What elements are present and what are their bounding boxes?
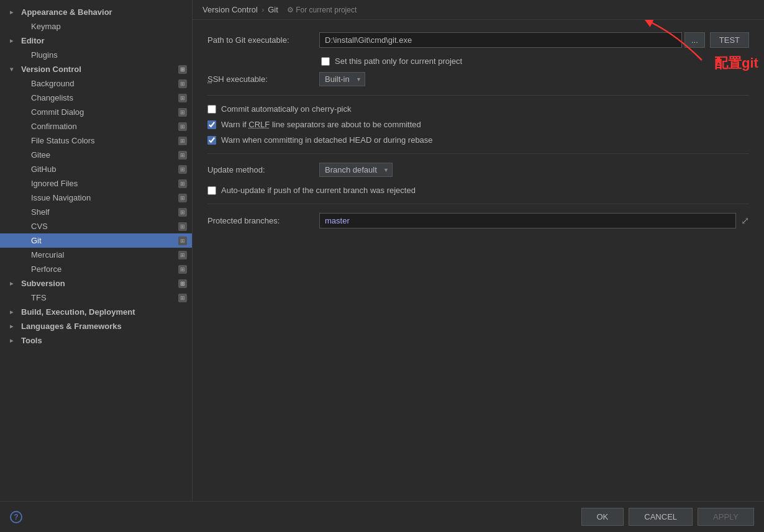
settings-icon-mercurial[interactable]: ⊞ <box>178 251 187 259</box>
sidebar-label-tools: Tools <box>21 336 42 345</box>
warn-detached-checkbox[interactable] <box>207 136 216 145</box>
sidebar-item-editor[interactable]: ▸Editor <box>0 34 192 48</box>
test-button[interactable]: TEST <box>710 32 749 48</box>
expand-protected-button[interactable]: ⤢ <box>741 215 749 227</box>
ssh-label-text: SSH executable: <box>207 74 268 84</box>
main-content: Version Control › Git ⚙ For current proj… <box>193 0 764 501</box>
settings-icon-github[interactable]: ⊞ <box>178 165 187 174</box>
commit-auto-row: Commit automatically on cherry-pick <box>207 104 749 114</box>
sidebar-label-mercurial: Mercurial <box>31 250 64 259</box>
sidebar-item-appearance[interactable]: ▸Appearance & Behavior <box>0 5 192 19</box>
sidebar-item-background[interactable]: Background⊞ <box>0 76 192 91</box>
update-method-select[interactable]: Branch default Merge Rebase <box>319 163 393 177</box>
apply-button[interactable]: APPLY <box>698 508 754 526</box>
warn-crlf-checkbox[interactable] <box>207 120 216 129</box>
expand-icon-editor: ▸ <box>10 37 17 44</box>
auto-update-row: Auto-update if push of the current branc… <box>207 186 749 195</box>
sidebar-item-build-execution-deployment[interactable]: ▸Build, Execution, Deployment <box>0 305 192 319</box>
ssh-select-wrapper: Built-in Native <box>319 72 365 86</box>
sidebar-item-mercurial[interactable]: Mercurial⊞ <box>0 248 192 262</box>
settings-icon-commit-dialog[interactable]: ⊞ <box>178 108 187 117</box>
sidebar-item-commit-dialog[interactable]: Commit Dialog⊞ <box>0 105 192 119</box>
warn-crlf-label[interactable]: Warn if CRLF line separators are about t… <box>221 120 421 129</box>
scope-icon: ⚙ <box>287 6 294 14</box>
settings-icon-git[interactable]: ⊞ <box>178 237 187 245</box>
settings-icon-gitee[interactable]: ⊞ <box>178 151 187 160</box>
settings-icon-perforce[interactable]: ⊞ <box>178 265 187 274</box>
dialog-body: ▸Appearance & BehaviorKeymap▸EditorPlugi… <box>0 0 764 501</box>
warn-crlf-row: Warn if CRLF line separators are about t… <box>207 120 749 129</box>
sidebar-label-cvs: CVS <box>31 222 48 231</box>
update-method-label: Update method: <box>207 165 319 174</box>
sidebar-label-languages-frameworks: Languages & Frameworks <box>21 322 122 331</box>
sidebar-label-ignored-files: Ignored Files <box>31 179 78 188</box>
help-button[interactable]: ? <box>10 511 22 523</box>
sidebar-label-build-execution-deployment: Build, Execution, Deployment <box>21 307 135 317</box>
browse-button[interactable]: ... <box>684 32 705 48</box>
sidebar-label-editor: Editor <box>21 36 45 45</box>
sidebar-item-ignored-files[interactable]: Ignored Files⊞ <box>0 176 192 191</box>
sidebar-label-github: GitHub <box>31 165 56 174</box>
set-path-checkbox[interactable] <box>321 57 330 66</box>
warn-detached-row: Warn when committing in detached HEAD or… <box>207 135 749 145</box>
breadcrumb-current: Git <box>268 5 278 14</box>
set-path-label[interactable]: Set this path only for current project <box>335 56 462 66</box>
settings-icon-changelists[interactable]: ⊞ <box>178 94 187 102</box>
expand-icon-version-control: ▾ <box>10 66 17 73</box>
settings-icon-issue-navigation[interactable]: ⊞ <box>178 194 187 202</box>
ok-button[interactable]: OK <box>581 508 624 526</box>
sidebar-item-issue-navigation[interactable]: Issue Navigation⊞ <box>0 191 192 205</box>
settings-icon-background[interactable]: ⊞ <box>178 79 187 88</box>
sidebar-label-commit-dialog: Commit Dialog <box>31 107 84 117</box>
sidebar-item-perforce[interactable]: Perforce⊞ <box>0 262 192 276</box>
warn-detached-label[interactable]: Warn when committing in detached HEAD or… <box>221 135 433 145</box>
settings-icon-file-status-colors[interactable]: ⊞ <box>178 137 187 145</box>
sidebar-item-version-control[interactable]: ▾Version Control⊞ <box>0 62 192 76</box>
sidebar-label-version-control: Version Control <box>21 65 81 74</box>
settings-icon-shelf[interactable]: ⊞ <box>178 208 187 217</box>
sidebar-label-shelf: Shelf <box>31 207 50 217</box>
sidebar-label-tfs: TFS <box>31 293 47 302</box>
sidebar-item-changelists[interactable]: Changelists⊞ <box>0 91 192 105</box>
settings-icon-cvs[interactable]: ⊞ <box>178 222 187 231</box>
auto-update-label[interactable]: Auto-update if push of the current branc… <box>221 186 416 195</box>
settings-icon-confirmation[interactable]: ⊞ <box>178 122 187 131</box>
sidebar-item-languages-frameworks[interactable]: ▸Languages & Frameworks <box>0 319 192 333</box>
sidebar-label-file-status-colors: File Status Colors <box>31 136 95 145</box>
settings-icon-ignored-files[interactable]: ⊞ <box>178 179 187 188</box>
sidebar-item-shelf[interactable]: Shelf⊞ <box>0 205 192 219</box>
sidebar-item-plugins[interactable]: Plugins <box>0 48 192 62</box>
sidebar-label-keymap: Keymap <box>31 22 61 31</box>
sidebar-item-subversion[interactable]: ▸Subversion⊞ <box>0 276 192 291</box>
settings-icon-tfs[interactable]: ⊞ <box>178 294 187 302</box>
sidebar-item-git[interactable]: Git⊞ <box>0 233 192 248</box>
expand-icon-subversion: ▸ <box>10 280 17 287</box>
commit-auto-label[interactable]: Commit automatically on cherry-pick <box>221 104 352 114</box>
sidebar-label-background: Background <box>31 79 74 88</box>
settings-dialog: ▸Appearance & BehaviorKeymap▸EditorPlugi… <box>0 0 764 532</box>
sidebar-item-confirmation[interactable]: Confirmation⊞ <box>0 119 192 133</box>
protected-input[interactable] <box>319 213 736 228</box>
git-path-label: Path to Git executable: <box>207 35 319 45</box>
git-path-input[interactable] <box>319 32 682 48</box>
cancel-button[interactable]: CANCEL <box>629 508 693 526</box>
commit-auto-checkbox[interactable] <box>207 105 216 114</box>
sidebar-item-github[interactable]: GitHub⊞ <box>0 162 192 176</box>
update-method-row: Update method: Branch default Merge Reba… <box>207 163 749 177</box>
sidebar-item-file-status-colors[interactable]: File Status Colors⊞ <box>0 133 192 148</box>
sidebar-item-gitee[interactable]: Gitee⊞ <box>0 148 192 162</box>
settings-icon-version-control[interactable]: ⊞ <box>178 65 187 74</box>
divider-1 <box>207 95 749 96</box>
sidebar-item-tools[interactable]: ▸Tools <box>0 333 192 348</box>
sidebar-label-changelists: Changelists <box>31 93 73 102</box>
auto-update-checkbox[interactable] <box>207 186 216 195</box>
sidebar-item-keymap[interactable]: Keymap <box>0 19 192 34</box>
sidebar-item-cvs[interactable]: CVS⊞ <box>0 219 192 233</box>
sidebar-item-tfs[interactable]: TFS⊞ <box>0 291 192 305</box>
settings-sidebar: ▸Appearance & BehaviorKeymap▸EditorPlugi… <box>0 0 193 501</box>
sidebar-label-plugins: Plugins <box>31 50 58 60</box>
set-path-row: Set this path only for current project <box>207 56 749 66</box>
breadcrumb-separator: › <box>261 5 264 14</box>
settings-icon-subversion[interactable]: ⊞ <box>178 279 187 288</box>
ssh-select[interactable]: Built-in Native <box>319 72 365 86</box>
